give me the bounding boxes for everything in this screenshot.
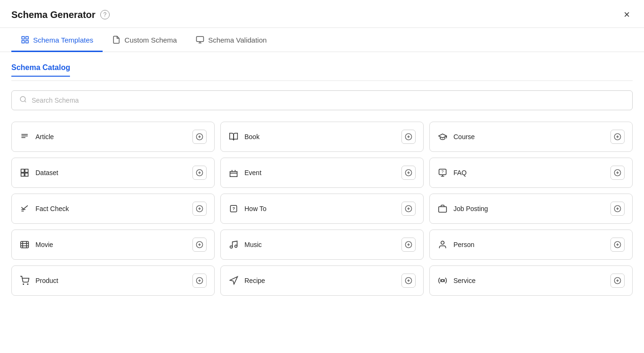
music-label: Music	[244, 241, 262, 248]
svg-rect-3	[26, 41, 28, 43]
event-icon	[228, 168, 239, 177]
recipe-add-button[interactable]	[401, 274, 416, 288]
catalog-title-wrap: Schema Catalog	[11, 63, 633, 81]
svg-rect-48	[439, 207, 447, 212]
tab-custom-icon	[112, 35, 121, 44]
schema-card-course[interactable]: Course	[429, 122, 633, 152]
dataset-icon	[19, 168, 30, 177]
schema-grid: Article Book	[11, 122, 633, 296]
schema-card-event[interactable]: Event	[220, 158, 424, 188]
product-icon	[19, 276, 30, 285]
tab-custom-schema[interactable]: Custom Schema	[103, 28, 186, 52]
svg-point-7	[20, 97, 26, 102]
service-add-button[interactable]	[610, 274, 625, 288]
svg-rect-21	[21, 169, 25, 173]
svg-point-69	[23, 284, 24, 285]
schema-card-person[interactable]: Person	[429, 229, 633, 260]
schema-card-music[interactable]: Music	[220, 229, 424, 260]
tab-custom-schema-label: Custom Schema	[124, 36, 177, 44]
how-to-icon: ?	[228, 204, 239, 213]
svg-point-61	[235, 245, 237, 247]
recipe-label: Recipe	[244, 277, 265, 284]
search-icon	[19, 96, 27, 105]
catalog-title: Schema Catalog	[11, 63, 70, 77]
tab-schema-validation-label: Schema Validation	[208, 36, 267, 44]
svg-rect-22	[25, 169, 28, 173]
svg-rect-1	[26, 36, 28, 39]
svg-rect-4	[197, 36, 204, 42]
tab-schema-templates-label: Schema Templates	[33, 36, 93, 44]
event-label: Event	[244, 169, 261, 176]
service-icon	[437, 276, 448, 285]
tab-schema-validation[interactable]: Schema Validation	[186, 28, 276, 52]
product-add-button[interactable]	[192, 274, 207, 288]
svg-rect-0	[22, 36, 24, 39]
person-label: Person	[453, 241, 474, 248]
svg-line-8	[25, 101, 26, 102]
schema-card-job-posting[interactable]: Job Posting	[429, 194, 633, 224]
person-add-button[interactable]	[610, 238, 625, 252]
article-label: Article	[35, 133, 54, 141]
fact-check-icon	[19, 204, 30, 213]
svg-point-70	[27, 284, 28, 285]
schema-card-dataset[interactable]: Dataset	[11, 158, 215, 188]
schema-card-service[interactable]: Service	[429, 265, 633, 296]
article-add-button[interactable]	[192, 130, 207, 144]
tabs-bar: Schema Templates Custom Schema Schema Va…	[0, 28, 644, 52]
job-posting-add-button[interactable]	[610, 202, 625, 216]
schema-card-article[interactable]: Article	[11, 122, 215, 152]
svg-rect-24	[25, 173, 28, 176]
book-add-button[interactable]	[401, 130, 416, 144]
modal-title-row: Schema Generator ?	[11, 9, 110, 20]
schema-card-product[interactable]: Product	[11, 265, 215, 296]
movie-icon	[19, 240, 30, 249]
how-to-add-button[interactable]	[401, 202, 416, 216]
faq-icon: ?	[437, 168, 448, 177]
tab-schema-templates[interactable]: Schema Templates	[11, 28, 103, 52]
svg-text:?: ?	[233, 206, 235, 211]
dataset-label: Dataset	[35, 169, 58, 176]
schema-card-fact-check[interactable]: Fact Check	[11, 194, 215, 224]
dataset-add-button[interactable]	[192, 166, 207, 180]
schema-card-faq[interactable]: ? FAQ	[429, 158, 633, 188]
schema-card-book[interactable]: Book	[220, 122, 424, 152]
fact-check-add-button[interactable]	[192, 202, 207, 216]
faq-label: FAQ	[453, 169, 467, 176]
movie-label: Movie	[35, 241, 53, 248]
product-label: Product	[35, 277, 58, 284]
modal-title: Schema Generator	[11, 9, 96, 20]
svg-rect-23	[21, 173, 25, 176]
course-add-button[interactable]	[610, 130, 625, 144]
schema-generator-modal: Schema Generator ? × Schema Templates Cu…	[0, 0, 644, 353]
tab-schema-icon	[21, 35, 29, 44]
fact-check-label: Fact Check	[35, 205, 69, 212]
recipe-icon	[228, 276, 239, 285]
svg-rect-52	[21, 241, 29, 247]
schema-card-recipe[interactable]: Recipe	[220, 265, 424, 296]
movie-add-button[interactable]	[192, 238, 207, 252]
close-button[interactable]: ×	[621, 9, 633, 21]
svg-rect-2	[22, 41, 24, 43]
svg-point-77	[442, 280, 444, 282]
help-icon[interactable]: ?	[100, 10, 110, 19]
how-to-label: How To	[244, 205, 266, 212]
music-add-button[interactable]	[401, 238, 416, 252]
schema-card-movie[interactable]: Movie	[11, 229, 215, 260]
music-icon	[228, 240, 239, 249]
course-label: Course	[453, 133, 475, 141]
person-icon	[437, 240, 448, 249]
event-add-button[interactable]	[401, 166, 416, 180]
course-icon	[437, 132, 448, 141]
search-bar	[11, 90, 633, 110]
service-label: Service	[453, 277, 476, 284]
content-area: Schema Catalog Article	[0, 52, 644, 353]
search-input[interactable]	[32, 97, 625, 104]
job-posting-icon	[437, 204, 448, 213]
article-icon	[19, 132, 30, 141]
tab-validation-icon	[196, 35, 204, 44]
faq-add-button[interactable]	[610, 166, 625, 180]
svg-point-65	[441, 241, 444, 245]
job-posting-label: Job Posting	[453, 205, 488, 212]
svg-text:?: ?	[442, 169, 444, 174]
schema-card-how-to[interactable]: ? How To	[220, 194, 424, 224]
